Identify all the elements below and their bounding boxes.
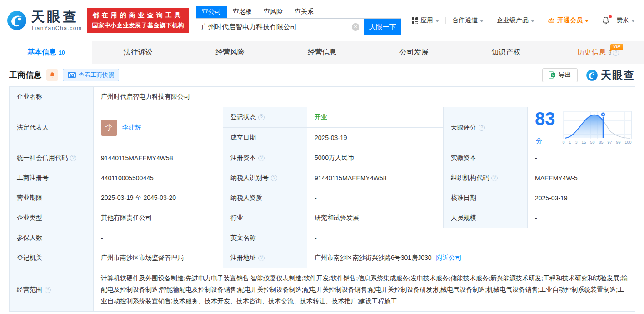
- tick: 0: [563, 140, 565, 145]
- label-text: 统一社会信用代码: [17, 154, 68, 162]
- help-icon[interactable]: [45, 287, 51, 293]
- tab-company-development-label: 公司发展: [399, 48, 429, 57]
- company-section-tabs: 基本信息 10 法律诉讼 经营风险 经营信息 公司发展 知识产权 VIP 历史信…: [0, 41, 644, 64]
- slogan-line2: 国家中小企业发展子基金旗下机构: [92, 21, 184, 30]
- search-button[interactable]: 天眼一下: [364, 19, 401, 35]
- field-label-establish-date: 成立日期: [223, 128, 307, 148]
- status-badge: 开业: [315, 113, 327, 121]
- tianyancha-logo-icon: [6, 10, 27, 31]
- field-value-business-scope: 计算机软硬件及外围设备制造;先进电力电子装置销售;智能仪器仪表制造;软件开发;软…: [94, 268, 636, 311]
- field-value-staff-size: -: [528, 208, 636, 228]
- field-value-insured-count: -: [94, 228, 223, 248]
- help-icon[interactable]: [70, 155, 76, 161]
- field-label-org-code: 组织机构代码: [444, 168, 528, 188]
- tab-basic-info[interactable]: 基本信息 10: [0, 41, 92, 64]
- tab-company-development[interactable]: 公司发展: [368, 41, 460, 64]
- search-tab-company[interactable]: 查公司: [196, 6, 227, 18]
- help-icon[interactable]: [258, 255, 265, 261]
- field-value-business-term: 2025-03-19 至 2045-03-20: [94, 188, 223, 208]
- field-label-english-name: 英文名称: [223, 228, 307, 248]
- value-text: 440110005500445: [101, 174, 154, 182]
- tab-history-info-label: 历史信息: [577, 48, 606, 57]
- field-label-registration-status: 登记状态: [223, 107, 307, 128]
- tab-operation-risk-label: 经营风险: [215, 48, 245, 57]
- clear-search-icon[interactable]: [352, 23, 359, 31]
- tick: 3: [575, 140, 577, 145]
- value-text: 2025-03-19: [535, 194, 568, 202]
- chevron-down-icon: [480, 20, 484, 22]
- field-label-tyc-score: 天眼评分: [444, 107, 528, 148]
- business-snapshot-button[interactable]: 查看工商快照: [63, 69, 119, 81]
- tick: 100: [624, 140, 631, 145]
- menu-vip-label: 开通会员: [557, 16, 583, 25]
- label-text: 纳税人资质: [230, 194, 262, 202]
- label-text: 营业期限: [17, 194, 42, 202]
- legal-representative-link[interactable]: 李建辉: [122, 124, 141, 132]
- export-button[interactable]: 导出: [542, 68, 578, 82]
- tab-business-info[interactable]: 经营信息: [276, 41, 368, 64]
- tab-history-info[interactable]: VIP 历史信息 6: [552, 41, 644, 64]
- field-value-company-name: 广州时代启智电力科技有限公司: [94, 87, 636, 107]
- user-menu[interactable]: 费米: [616, 16, 635, 25]
- field-value-industry: 研究和试验发展: [307, 208, 444, 228]
- divider: [445, 17, 446, 24]
- monitor-bell-button[interactable]: [46, 69, 58, 81]
- nearby-companies-link[interactable]: 附近公司: [436, 254, 462, 262]
- search-block: 查公司 查老板 查风险 查关系 天眼一下: [196, 6, 401, 35]
- tab-intellectual-property-label: 知识产权: [491, 48, 520, 57]
- label-text: 核准日期: [451, 194, 476, 202]
- tab-operation-risk[interactable]: 经营风险: [184, 41, 276, 64]
- score-number: 83分: [535, 110, 555, 146]
- camera-icon: [68, 72, 76, 78]
- tab-basic-info-count: 10: [59, 50, 65, 56]
- field-value-approval-date: 2025-03-19: [528, 188, 636, 208]
- chevron-down-icon: [631, 20, 635, 22]
- search-tab-relation[interactable]: 查关系: [289, 6, 320, 18]
- menu-enterprise[interactable]: 企业级产品: [497, 16, 534, 25]
- menu-vip[interactable]: 开通会员: [548, 16, 589, 25]
- page-header: 天眼查 TianYanCha.com 都在用的商业查询工具 国家中小企业发展子基…: [0, 0, 644, 41]
- brand-watermark: 天眼查: [586, 68, 635, 82]
- field-value-establish-date: 2025-03-19: [307, 128, 444, 148]
- field-value-credit-code: 91440115MAEEMY4W58: [94, 148, 223, 168]
- field-label-credit-code: 统一社会信用代码: [10, 148, 94, 168]
- help-icon[interactable]: [258, 155, 265, 161]
- value-text: 广州市南沙区市场监督管理局: [101, 254, 184, 262]
- label-text: 企业名称: [17, 93, 42, 101]
- chevron-down-icon: [585, 20, 589, 22]
- help-icon[interactable]: [491, 175, 498, 181]
- field-value-english-name: -: [307, 228, 636, 248]
- field-label-taxpayer-id: 纳税人识别号: [223, 168, 307, 188]
- menu-partners[interactable]: 合作通道: [452, 16, 484, 25]
- field-value-registration-number: 440110005500445: [94, 168, 223, 188]
- field-value-org-code: MAEEMY4W-5: [528, 168, 636, 188]
- help-icon[interactable]: [613, 50, 619, 56]
- help-icon[interactable]: [479, 125, 485, 131]
- label-text: 注册资本: [230, 154, 256, 162]
- tianyancha-logo-icon: [586, 69, 598, 81]
- top-menu: 应用 合作通道 企业级产品 开通会员: [412, 16, 638, 25]
- divider: [490, 17, 490, 24]
- tab-legal[interactable]: 法律诉讼: [92, 41, 184, 64]
- help-icon[interactable]: [271, 175, 277, 181]
- business-snapshot-label: 查看工商快照: [79, 71, 114, 79]
- label-text: 组织机构代码: [451, 174, 489, 182]
- field-value-registered-capital: 5000万人民币: [307, 148, 444, 168]
- tianyancha-logo[interactable]: 天眼查 TianYanCha.com: [6, 10, 82, 31]
- notification-dot: [609, 15, 612, 18]
- search-tab-boss[interactable]: 查老板: [227, 6, 258, 18]
- value-text: 5000万人民币: [315, 154, 354, 162]
- label-text: 注册地址: [230, 254, 256, 262]
- notifications-bell[interactable]: [602, 16, 610, 25]
- excel-icon: [549, 71, 556, 79]
- search-tab-risk[interactable]: 查风险: [258, 6, 289, 18]
- help-icon[interactable]: [258, 114, 265, 120]
- label-text: 经营范围: [17, 286, 42, 294]
- score-unit: 分: [536, 137, 542, 145]
- username-label: 费米: [616, 16, 629, 25]
- field-label-company-name: 企业名称: [10, 87, 94, 107]
- menu-apps[interactable]: 应用: [412, 16, 439, 25]
- search-input[interactable]: [196, 19, 364, 35]
- tab-intellectual-property[interactable]: 知识产权: [460, 41, 552, 64]
- score-value: 83: [535, 109, 555, 129]
